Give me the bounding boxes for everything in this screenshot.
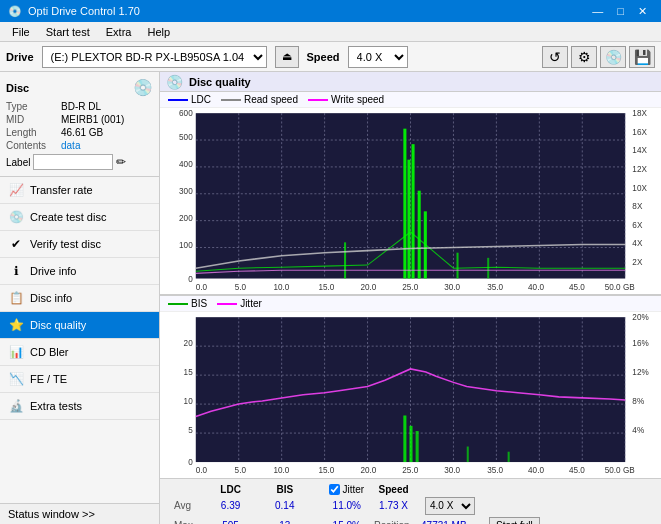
nav-disc-info[interactable]: 📋 Disc info — [0, 285, 159, 312]
status-window-section: Status window >> — [0, 503, 159, 524]
svg-text:40.0: 40.0 — [528, 283, 544, 292]
svg-rect-44 — [407, 160, 410, 279]
svg-text:0: 0 — [188, 275, 193, 284]
svg-text:25.0: 25.0 — [402, 283, 418, 292]
cd-bler-icon: 📊 — [8, 344, 24, 360]
speed-label: Speed — [307, 51, 340, 63]
window-controls: — □ ✕ — [586, 3, 653, 19]
svg-rect-46 — [418, 191, 421, 279]
save-button[interactable]: 💾 — [629, 46, 655, 68]
svg-text:14X: 14X — [632, 146, 647, 155]
svg-text:5.0: 5.0 — [235, 283, 247, 292]
nav-cd-bler[interactable]: 📊 CD Bler — [0, 339, 159, 366]
refresh-button[interactable]: ↺ — [542, 46, 568, 68]
app-title: Opti Drive Control 1.70 — [28, 5, 140, 17]
svg-text:35.0: 35.0 — [487, 466, 503, 475]
verify-test-disc-icon: ✔ — [8, 236, 24, 252]
svg-text:45.0: 45.0 — [569, 283, 585, 292]
nav-cd-bler-label: CD Bler — [30, 346, 69, 358]
max-jitter: 15.0% — [325, 517, 368, 524]
maximize-button[interactable]: □ — [611, 3, 630, 19]
start-full-button[interactable]: Start full — [489, 517, 540, 524]
type-label: Type — [6, 101, 61, 112]
contents-label: Contents — [6, 140, 61, 151]
svg-text:10.0: 10.0 — [273, 283, 289, 292]
lower-chart: 0 5 10 15 20 20% 16% 12% 8% 4% 0.0 5.0 — [160, 312, 661, 478]
menu-file[interactable]: File — [4, 24, 38, 40]
menu-help[interactable]: Help — [139, 24, 178, 40]
status-window-button[interactable]: Status window >> — [0, 504, 159, 524]
app-icon: 💿 — [8, 5, 22, 18]
drive-toolbar: ↺ ⚙ 💿 💾 — [542, 46, 655, 68]
nav-create-test-disc[interactable]: 💿 Create test disc — [0, 204, 159, 231]
svg-text:20: 20 — [184, 339, 194, 348]
label-input[interactable] — [33, 154, 113, 170]
menu-start-test[interactable]: Start test — [38, 24, 98, 40]
svg-rect-87 — [403, 416, 406, 463]
read-speed-legend-label: Read speed — [244, 94, 298, 105]
svg-text:200: 200 — [179, 214, 193, 223]
create-test-disc-icon: 💿 — [8, 209, 24, 225]
ldc-col-header: LDC — [203, 484, 258, 495]
svg-text:500: 500 — [179, 133, 193, 142]
config-button[interactable]: ⚙ — [571, 46, 597, 68]
drive-label: Drive — [6, 51, 34, 63]
svg-text:30.0: 30.0 — [444, 283, 460, 292]
svg-text:18X: 18X — [632, 109, 647, 118]
bis-legend-label: BIS — [191, 298, 207, 309]
nav-verify-test-disc[interactable]: ✔ Verify test disc — [0, 231, 159, 258]
nav-drive-info[interactable]: ℹ Drive info — [0, 258, 159, 285]
nav-disc-quality-label: Disc quality — [30, 319, 86, 331]
svg-text:45.0: 45.0 — [569, 466, 585, 475]
lower-chart-svg: 0 5 10 15 20 20% 16% 12% 8% 4% 0.0 5.0 — [160, 312, 661, 478]
close-button[interactable]: ✕ — [632, 3, 653, 19]
length-value: 46.61 GB — [61, 127, 103, 138]
menu-extra[interactable]: Extra — [98, 24, 140, 40]
svg-text:4X: 4X — [632, 239, 643, 248]
drive-select[interactable]: (E:) PLEXTOR BD-R PX-LB950SA 1.04 — [42, 46, 267, 68]
upper-legend: LDC Read speed Write speed — [160, 92, 661, 108]
speed-select[interactable]: 4.0 X — [348, 46, 408, 68]
svg-text:10X: 10X — [632, 184, 647, 193]
svg-rect-49 — [457, 253, 459, 279]
position-val: 47731 MB — [419, 517, 481, 524]
disc-panel-title: Disc — [6, 82, 29, 94]
svg-text:100: 100 — [179, 240, 193, 249]
svg-rect-48 — [344, 242, 346, 278]
svg-text:0.0: 0.0 — [196, 466, 208, 475]
avg-jitter: 11.0% — [325, 497, 368, 515]
nav-extra-tests[interactable]: 🔬 Extra tests — [0, 393, 159, 420]
label-edit-icon[interactable]: ✏ — [116, 155, 126, 169]
minimize-button[interactable]: — — [586, 3, 609, 19]
jitter-color-swatch — [217, 303, 237, 305]
charts-wrapper: 0 100 200 300 400 500 600 18X 16X 14X 12… — [160, 108, 661, 478]
sidebar: Disc 💿 Type BD-R DL MID MEIRB1 (001) Len… — [0, 72, 160, 524]
disc-panel-icon: 💿 — [133, 78, 153, 97]
nav-fe-te[interactable]: 📉 FE / TE — [0, 366, 159, 393]
svg-text:10.0: 10.0 — [273, 466, 289, 475]
svg-rect-88 — [409, 426, 412, 462]
svg-text:12%: 12% — [632, 368, 649, 377]
bis-color-swatch — [168, 303, 188, 305]
disc-button[interactable]: 💿 — [600, 46, 626, 68]
lower-legend: BIS Jitter — [160, 295, 661, 312]
menu-bar: File Start test Extra Help — [0, 22, 661, 42]
jitter-col-header: Jitter — [342, 484, 364, 495]
upper-chart-svg: 0 100 200 300 400 500 600 18X 16X 14X 12… — [160, 108, 661, 294]
label-field-label: Label — [6, 157, 30, 168]
eject-button[interactable]: ⏏ — [275, 46, 299, 68]
nav-transfer-rate[interactable]: 📈 Transfer rate — [0, 177, 159, 204]
jitter-checkbox-cell[interactable]: Jitter — [325, 484, 368, 495]
svg-text:4%: 4% — [632, 426, 644, 435]
write-speed-color-swatch — [308, 99, 328, 101]
svg-rect-90 — [467, 447, 469, 463]
legend-write-speed: Write speed — [308, 94, 384, 105]
bis-col-header: BIS — [260, 484, 309, 495]
svg-text:15.0: 15.0 — [318, 283, 334, 292]
jitter-checkbox[interactable] — [329, 484, 340, 495]
upper-chart: 0 100 200 300 400 500 600 18X 16X 14X 12… — [160, 108, 661, 295]
speed-dropdown-select[interactable]: 4.0 X — [425, 497, 475, 515]
status-window-label: Status window >> — [8, 508, 95, 520]
chart-title: Disc quality — [189, 76, 251, 88]
nav-disc-quality[interactable]: ⭐ Disc quality — [0, 312, 159, 339]
